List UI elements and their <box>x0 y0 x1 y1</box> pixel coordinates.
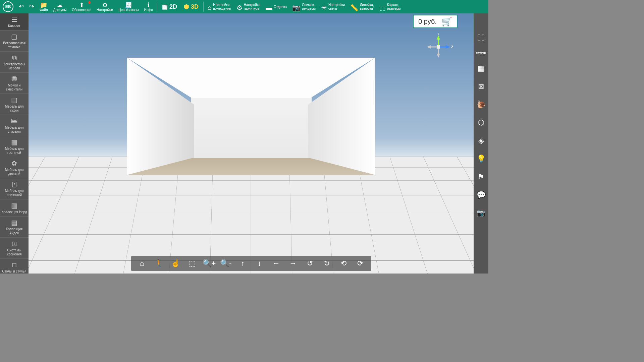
cloud-icon: ☁ <box>57 2 63 8</box>
svg-marker-25 <box>446 45 450 49</box>
isometric-button[interactable]: ⬡ <box>476 118 486 127</box>
sidebar-appliances[interactable]: ▢Встраиваемая техника <box>0 31 29 52</box>
folder-icon: 📁 <box>40 2 47 8</box>
walk-button[interactable]: 🚶 <box>151 256 167 271</box>
snap-button[interactable]: 🐌 <box>476 100 486 109</box>
sidebar-sinks[interactable]: ⛃Мойки и смесители <box>0 73 29 94</box>
view-2d-button[interactable]: ▦2D <box>159 3 180 10</box>
home-view-button[interactable]: ⌂ <box>134 256 151 271</box>
svg-marker-23 <box>437 35 440 40</box>
rotate-right-icon: ↻ <box>324 259 330 268</box>
bed-icon: 🛏 <box>11 117 18 125</box>
svg-line-11 <box>390 157 474 274</box>
room-settings-button[interactable]: ⌂Настройкипомещения <box>205 0 234 13</box>
fullscreen-icon: ⛶ <box>477 34 485 43</box>
price-value: 0 руб. <box>418 18 437 25</box>
orbit-left-button[interactable]: ↺ <box>302 256 318 271</box>
fullscreen-button[interactable]: ⛶ <box>476 34 486 43</box>
prices-button[interactable]: 🧾Цены/заказы <box>116 0 141 13</box>
access-button[interactable]: ☁Доступы <box>51 0 69 13</box>
zoom-out-button[interactable]: 🔍- <box>218 256 234 271</box>
box-icon: ⬚ <box>379 4 386 10</box>
kitchen-icon: ▤ <box>11 96 17 104</box>
pan-down-button[interactable]: ↓ <box>251 256 268 271</box>
light-settings-button[interactable]: ☀Настройкисвета <box>318 0 347 13</box>
table-icon: ⊓ <box>12 261 17 269</box>
paint-icon: ▬ <box>266 4 272 10</box>
grid-toggle-button[interactable]: ▦ <box>476 64 486 73</box>
storage-icon: ⊞ <box>11 240 17 248</box>
ortho-button[interactable]: ⊠ <box>476 82 486 91</box>
undo-button[interactable]: ↶ <box>16 0 26 13</box>
gear-icon: ⚙ <box>236 4 243 10</box>
snail-icon: 🐌 <box>477 100 486 109</box>
bulb-icon: 💡 <box>477 155 486 163</box>
rotate-left-icon: ↺ <box>307 259 313 268</box>
ruler-button[interactable]: 📏Линейка,выноски <box>347 0 377 13</box>
teddy-icon: ✿ <box>11 159 17 167</box>
sidebar-catalog[interactable]: ☰Каталог <box>0 13 29 31</box>
sidebar-kids[interactable]: ✿Мебель для детской <box>0 157 29 178</box>
viewport-3d[interactable]: 0 руб. 🛒 YZ ⌂ 🚶 ☝ ⬚ 🔍+ 🔍- ↑ ↓ ← → ↺ ↻ ⟲ … <box>29 13 474 274</box>
arrow-down-icon: ↓ <box>258 259 261 268</box>
lighting-button[interactable]: 💡 <box>476 154 486 164</box>
svg-text:Y: Y <box>437 34 440 35</box>
sidebar-aiden[interactable]: ▤Коллекция Айден <box>0 217 29 238</box>
settings-button[interactable]: ⚙Настройки <box>94 0 116 13</box>
calc-icon: 🧾 <box>125 2 132 8</box>
app-logo[interactable]: EB <box>3 1 13 12</box>
redo-button[interactable]: ↷ <box>26 0 37 13</box>
info-icon: ℹ <box>147 2 150 8</box>
sidebar-nord[interactable]: ▥Коллекция Норд <box>0 199 29 217</box>
dimensions-button[interactable]: ⚑ <box>476 172 486 182</box>
orbit-right-button[interactable]: ↻ <box>318 256 335 271</box>
furniture-settings-button[interactable]: ⚙Настройкагарнитура <box>234 0 263 13</box>
axis-gizmo[interactable]: YZ <box>423 34 453 60</box>
sidebar-hallway[interactable]: ⍞Мебель для прихожей <box>0 178 29 199</box>
cart-icon[interactable]: 🛒 <box>441 16 452 27</box>
notes-button[interactable]: 💬 <box>476 190 486 200</box>
svg-marker-30 <box>437 54 440 58</box>
view-3d-button[interactable]: ⬢3D <box>180 3 202 10</box>
sidebar-living[interactable]: ▦Мебель для гостиной <box>0 136 29 157</box>
update-button[interactable]: ⬆Обновление <box>69 0 94 13</box>
home-icon: ⌂ <box>140 259 144 268</box>
speech-icon: 💬 <box>477 191 486 199</box>
sidebar-tables[interactable]: ⊓Столы и стулья <box>0 259 29 274</box>
zoom-in-button[interactable]: 🔍+ <box>201 256 218 271</box>
wireframe-button[interactable]: ⬚Каркас,размеры <box>377 0 404 13</box>
svg-marker-28 <box>427 45 431 49</box>
perspective-label[interactable]: PERSP <box>476 52 486 55</box>
select-area-button[interactable]: ⬚ <box>184 256 201 271</box>
finish-button[interactable]: ▬Отделка <box>263 0 289 13</box>
pan-right-button[interactable]: → <box>285 256 302 271</box>
pan-left-button[interactable]: ← <box>268 256 285 271</box>
solid-button[interactable]: ◈ <box>476 136 486 145</box>
collection-icon: ▥ <box>11 201 17 209</box>
pan-up-button[interactable]: ↑ <box>234 256 251 271</box>
tilt-down-button[interactable]: ⟳ <box>352 256 369 271</box>
grid-icon: ▦ <box>478 64 485 73</box>
grid-icon: ▦ <box>162 3 168 10</box>
tilt-up-button[interactable]: ⟲ <box>335 256 352 271</box>
camera-icon: 📷 <box>477 209 486 218</box>
cube-icon: ⬢ <box>184 3 189 10</box>
sidebar-kitchen[interactable]: ▤Мебель для кухни <box>0 94 29 115</box>
touch-button[interactable]: ☝ <box>167 256 184 271</box>
screenshot-button[interactable]: 📷 <box>476 208 486 218</box>
sidebar-storage[interactable]: ⊞Системы хранения <box>0 238 29 259</box>
arrow-up-icon: ↑ <box>241 259 245 268</box>
info-button[interactable]: ℹИнфо <box>142 0 156 13</box>
sidebar-bedroom[interactable]: 🛏Мебель для спальни <box>0 115 29 136</box>
arrow-right-icon: → <box>289 259 297 268</box>
sidebar-constructors[interactable]: ⧉Конструкторы мебели <box>0 52 29 73</box>
file-button[interactable]: 📁Файл <box>37 0 51 13</box>
svg-text:Z: Z <box>451 45 453 49</box>
snapshot-button[interactable]: 📷Снимок,рендеры <box>289 0 318 13</box>
square-x-icon: ⊠ <box>478 82 484 91</box>
tilt-up-icon: ⟲ <box>340 259 346 268</box>
cube-solid-icon: ◈ <box>478 136 484 145</box>
price-box[interactable]: 0 руб. 🛒 <box>413 15 458 28</box>
shelf-icon: ▦ <box>11 138 17 146</box>
gear-icon: ⚙ <box>102 2 108 8</box>
